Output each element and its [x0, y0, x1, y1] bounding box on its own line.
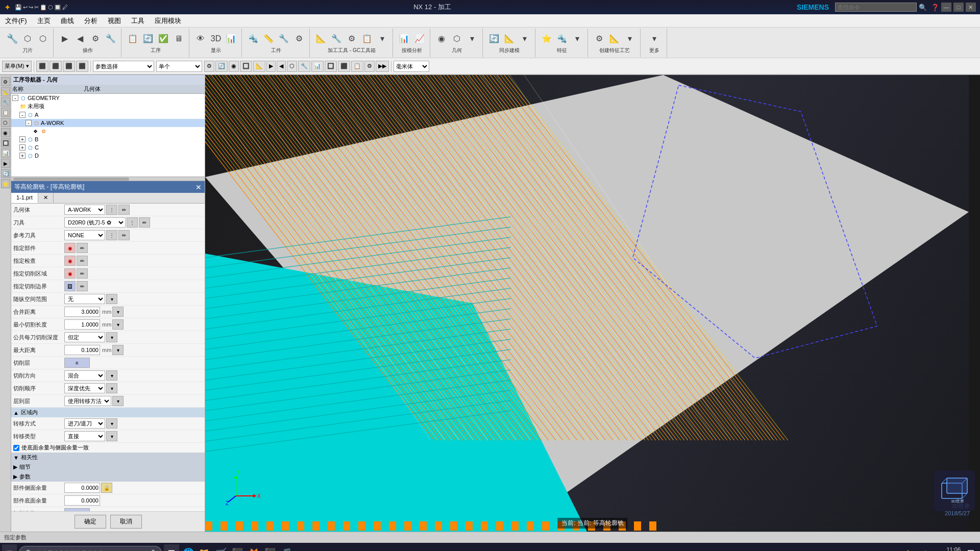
wp-icon1[interactable]: 🔩 — [246, 32, 260, 46]
corridor-dropdown[interactable]: ▾ — [106, 294, 117, 304]
specify-part-btn2[interactable]: ✏ — [77, 243, 88, 253]
tb-icon4[interactable]: ✂ — [34, 4, 39, 11]
wp-icon3[interactable]: 🔧 — [277, 32, 291, 46]
unit-select[interactable]: 毫米体 — [394, 61, 429, 72]
tree-a-work-child[interactable]: ❖ ⚙ — [11, 127, 205, 135]
menu-app[interactable]: 应用模块 — [150, 15, 186, 27]
geometry-btn2[interactable]: ✏ — [118, 205, 130, 215]
part-side-lock[interactable]: 🔒 — [101, 483, 112, 493]
tb-icon5[interactable]: 📋 — [40, 4, 47, 11]
sync-icon2[interactable]: 📐 — [502, 32, 517, 46]
ref-tool-btn1[interactable]: ⋮ — [106, 230, 117, 240]
disp-icon3[interactable]: 📊 — [224, 32, 238, 46]
feat-icon1[interactable]: ⭐ — [540, 32, 554, 46]
gc-icon4[interactable]: 📋 — [360, 32, 374, 46]
sidebar-icon6[interactable]: ◉ — [1, 128, 10, 137]
tb2-tool13[interactable]: 📋 — [351, 61, 363, 72]
floor-stock-checkbox[interactable] — [13, 445, 19, 451]
tree-geometry[interactable]: - ⬡ GEOMETRY — [11, 94, 205, 102]
cut-boundary-btn2[interactable]: ✏ — [77, 281, 88, 291]
cf-icon1[interactable]: ⚙ — [592, 32, 606, 46]
tb2-tool10[interactable]: 📊 — [311, 61, 324, 72]
feat-more[interactable]: ▾ — [570, 32, 584, 46]
sidebar-icon2[interactable]: 📐 — [1, 87, 10, 96]
tb2-btn4[interactable]: ⬛ — [76, 61, 88, 72]
ops-icon4[interactable]: 🔧 — [104, 32, 118, 46]
gc-icon3[interactable]: ⚙ — [345, 32, 359, 46]
operation-select[interactable]: 参数选择 — [93, 61, 154, 72]
feat-icon2[interactable]: 🔩 — [555, 32, 569, 46]
search-icon[interactable]: 🔍 — [919, 4, 927, 11]
geometry-btn1[interactable]: ⋮ — [106, 205, 117, 215]
menu-home[interactable]: 主页 — [32, 15, 56, 27]
proc-icon1[interactable]: 📋 — [126, 32, 140, 46]
sync-more[interactable]: ▾ — [518, 32, 532, 46]
menu-analysis[interactable]: 分析 — [79, 15, 103, 27]
specify-check-btn2[interactable]: ✏ — [77, 256, 88, 266]
gc-more[interactable]: ▾ — [375, 32, 389, 46]
part-side-input[interactable] — [64, 483, 100, 493]
sidebar-icon11[interactable]: ⭐ — [1, 179, 10, 188]
transfer-type-select[interactable]: 直接 — [64, 431, 105, 441]
create-hex-icon[interactable]: ⬡ — [20, 32, 35, 46]
expand-a-work[interactable]: - — [26, 120, 32, 126]
tool-btn1[interactable]: ⋮ — [127, 217, 138, 228]
proc-icon3[interactable]: ✅ — [156, 32, 170, 46]
disp-3dipw[interactable]: 3D — [209, 32, 223, 46]
dialog-tab1[interactable]: 1-1.prt — [11, 193, 38, 203]
tb2-tool9[interactable]: 🔧 — [298, 61, 310, 72]
min-cut-input[interactable] — [64, 319, 100, 330]
tb2-btn1[interactable]: ⬛ — [36, 61, 48, 72]
cf-icon2[interactable]: 📐 — [607, 32, 622, 46]
menu-curve[interactable]: 曲线 — [56, 15, 79, 27]
merge-input[interactable] — [64, 307, 100, 317]
start-button[interactable]: ⊞ — [2, 544, 17, 551]
nx-icon[interactable]: ⬛ — [230, 546, 244, 551]
wp-icon4[interactable]: ⚙ — [292, 32, 306, 46]
wp-icon2[interactable]: 📏 — [261, 32, 276, 46]
tree-b[interactable]: + ⬡ B — [11, 135, 205, 143]
specify-check-btn1[interactable]: ◉ — [64, 256, 76, 266]
create-knife-icon[interactable]: 🔧 — [5, 32, 19, 46]
ref-tool-select[interactable]: NONE — [64, 230, 105, 240]
max-dist-dropdown[interactable]: ▾ — [112, 345, 124, 355]
task-view-button[interactable]: ⬜ — [164, 544, 179, 551]
tb2-btn2[interactable]: ⬛ — [50, 61, 62, 72]
tb2-tool2[interactable]: 🔄 — [215, 61, 228, 72]
taskbar-search[interactable]: 🔍 在这里输入你想搜索的内容 🎤 — [19, 546, 162, 551]
merge-dropdown[interactable]: ▾ — [112, 307, 124, 317]
tree-d[interactable]: + ⬡ D — [11, 152, 205, 160]
close-button[interactable]: ✕ — [966, 3, 976, 12]
tb2-tool6[interactable]: ▶ — [266, 61, 276, 72]
min-cut-dropdown[interactable]: ▾ — [112, 319, 124, 330]
refine-section[interactable]: ▶ 细节 — [11, 462, 205, 472]
notification-icon[interactable]: 🔔 — [901, 546, 915, 551]
nav-cube[interactable]: 3D世界 — [934, 470, 975, 511]
ops-icon2[interactable]: ◀ — [73, 32, 87, 46]
geometry-select[interactable]: A-WORK — [64, 205, 105, 215]
filter-select[interactable]: 单个 — [156, 61, 202, 72]
transfer-type-dropdown[interactable]: ▾ — [106, 431, 117, 441]
cut-direction-select[interactable]: 混合 — [64, 370, 105, 381]
tb-icon8[interactable]: 🖊 — [62, 4, 68, 11]
tree-a-work[interactable]: - ⬡ A-WORK — [11, 119, 205, 127]
tb-icon2[interactable]: ↩ — [23, 4, 28, 11]
tree-unused[interactable]: 📁 未用项 — [11, 102, 205, 111]
sidebar-icon9[interactable]: ▶ — [1, 159, 10, 168]
music-icon[interactable]: 🎵 — [279, 546, 293, 551]
tb2-tool4[interactable]: 🔲 — [240, 61, 252, 72]
expand-d[interactable]: + — [19, 153, 26, 159]
sync-icon1[interactable]: 🔄 — [487, 32, 501, 46]
transfer-method-dropdown[interactable]: ▾ — [106, 418, 117, 429]
geo-icon2[interactable]: ⬡ — [450, 32, 464, 46]
tb-icon3[interactable]: ↪ — [29, 4, 33, 11]
part-floor-input[interactable] — [64, 495, 100, 506]
tb2-tool11[interactable]: 🔲 — [325, 61, 337, 72]
more-icon[interactable]: ▾ — [647, 32, 662, 46]
tb2-tool14[interactable]: ⚙ — [364, 61, 375, 72]
dialog-tab-close[interactable]: ✕ — [38, 193, 54, 203]
expand-b[interactable]: + — [19, 136, 26, 142]
tb2-tool12[interactable]: ⬛ — [338, 61, 350, 72]
tb2-tool5[interactable]: 📐 — [253, 61, 265, 72]
sidebar-icon7[interactable]: 🔲 — [1, 138, 10, 147]
